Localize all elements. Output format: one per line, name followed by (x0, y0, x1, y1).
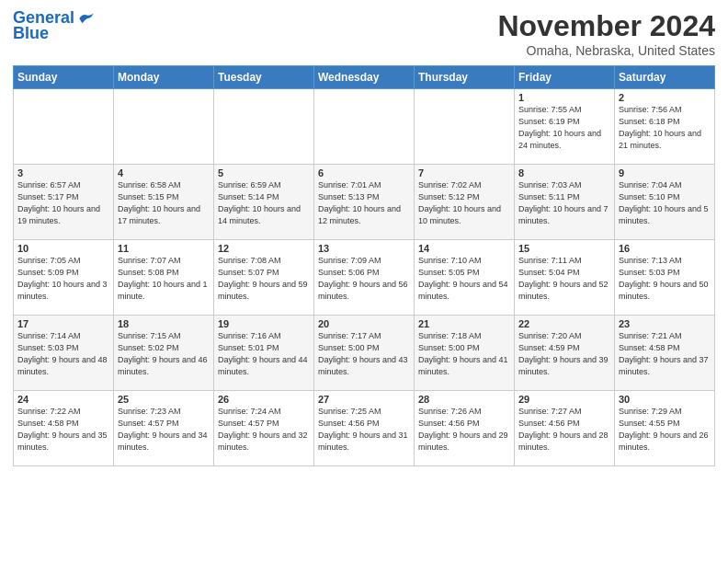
day-number: 5 (218, 167, 310, 178)
calendar-cell: 5Sunrise: 6:59 AM Sunset: 5:14 PM Daylig… (214, 165, 314, 240)
day-number: 1 (518, 92, 610, 103)
day-info: Sunrise: 7:02 AM Sunset: 5:12 PM Dayligh… (418, 179, 510, 227)
day-info: Sunrise: 7:55 AM Sunset: 6:19 PM Dayligh… (518, 104, 610, 152)
location: Omaha, Nebraska, United States (497, 43, 715, 58)
day-info: Sunrise: 6:58 AM Sunset: 5:15 PM Dayligh… (118, 179, 210, 227)
day-info: Sunrise: 7:18 AM Sunset: 5:00 PM Dayligh… (418, 330, 510, 378)
day-number: 11 (118, 243, 210, 254)
day-info: Sunrise: 7:11 AM Sunset: 5:04 PM Dayligh… (518, 255, 610, 303)
calendar-cell: 29Sunrise: 7:27 AM Sunset: 4:56 PM Dayli… (515, 391, 615, 466)
day-number: 10 (17, 243, 109, 254)
day-number: 24 (17, 394, 109, 405)
col-header-sunday: Sunday (14, 66, 114, 89)
calendar-cell: 27Sunrise: 7:25 AM Sunset: 4:56 PM Dayli… (314, 391, 415, 466)
day-info: Sunrise: 7:21 AM Sunset: 4:58 PM Dayligh… (619, 330, 711, 378)
calendar-cell (14, 89, 114, 165)
day-number: 12 (218, 243, 310, 254)
week-row-3: 17Sunrise: 7:14 AM Sunset: 5:03 PM Dayli… (14, 316, 715, 391)
day-number: 2 (619, 92, 711, 103)
calendar-cell: 4Sunrise: 6:58 AM Sunset: 5:15 PM Daylig… (114, 165, 214, 240)
day-number: 3 (17, 167, 109, 178)
day-info: Sunrise: 7:14 AM Sunset: 5:03 PM Dayligh… (17, 330, 109, 378)
calendar-header-row: SundayMondayTuesdayWednesdayThursdayFrid… (14, 66, 715, 89)
day-info: Sunrise: 7:10 AM Sunset: 5:05 PM Dayligh… (418, 255, 510, 303)
col-header-saturday: Saturday (615, 66, 715, 89)
day-number: 13 (318, 243, 410, 254)
calendar-cell: 23Sunrise: 7:21 AM Sunset: 4:58 PM Dayli… (615, 316, 715, 391)
day-number: 26 (218, 394, 310, 405)
col-header-monday: Monday (114, 66, 214, 89)
col-header-tuesday: Tuesday (214, 66, 314, 89)
calendar-cell: 9Sunrise: 7:04 AM Sunset: 5:10 PM Daylig… (615, 165, 715, 240)
day-info: Sunrise: 6:59 AM Sunset: 5:14 PM Dayligh… (218, 179, 310, 227)
calendar-cell: 7Sunrise: 7:02 AM Sunset: 5:12 PM Daylig… (415, 165, 515, 240)
calendar-cell: 19Sunrise: 7:16 AM Sunset: 5:01 PM Dayli… (214, 316, 314, 391)
title-area: November 2024 Omaha, Nebraska, United St… (497, 9, 715, 58)
day-number: 30 (619, 394, 711, 405)
calendar-cell: 14Sunrise: 7:10 AM Sunset: 5:05 PM Dayli… (415, 240, 515, 316)
week-row-0: 1Sunrise: 7:55 AM Sunset: 6:19 PM Daylig… (14, 89, 715, 165)
day-number: 8 (518, 167, 610, 178)
day-info: Sunrise: 7:20 AM Sunset: 4:59 PM Dayligh… (518, 330, 610, 378)
day-info: Sunrise: 7:56 AM Sunset: 6:18 PM Dayligh… (619, 104, 711, 152)
week-row-1: 3Sunrise: 6:57 AM Sunset: 5:17 PM Daylig… (14, 165, 715, 240)
day-info: Sunrise: 7:05 AM Sunset: 5:09 PM Dayligh… (17, 255, 109, 303)
calendar-cell (314, 89, 415, 165)
day-info: Sunrise: 7:03 AM Sunset: 5:11 PM Dayligh… (518, 179, 610, 227)
week-row-4: 24Sunrise: 7:22 AM Sunset: 4:58 PM Dayli… (14, 391, 715, 466)
day-number: 9 (619, 167, 711, 178)
day-info: Sunrise: 7:24 AM Sunset: 4:57 PM Dayligh… (218, 406, 310, 454)
calendar-cell: 18Sunrise: 7:15 AM Sunset: 5:02 PM Dayli… (114, 316, 214, 391)
calendar-cell: 13Sunrise: 7:09 AM Sunset: 5:06 PM Dayli… (314, 240, 415, 316)
col-header-thursday: Thursday (415, 66, 515, 89)
day-number: 19 (218, 318, 310, 329)
day-number: 28 (418, 394, 510, 405)
day-number: 21 (418, 318, 510, 329)
day-info: Sunrise: 7:15 AM Sunset: 5:02 PM Dayligh… (118, 330, 210, 378)
col-header-wednesday: Wednesday (314, 66, 415, 89)
day-info: Sunrise: 7:25 AM Sunset: 4:56 PM Dayligh… (318, 406, 410, 454)
day-number: 6 (318, 167, 410, 178)
calendar-cell: 21Sunrise: 7:18 AM Sunset: 5:00 PM Dayli… (415, 316, 515, 391)
day-number: 25 (118, 394, 210, 405)
calendar-table: SundayMondayTuesdayWednesdayThursdayFrid… (13, 65, 715, 466)
calendar-cell: 24Sunrise: 7:22 AM Sunset: 4:58 PM Dayli… (14, 391, 114, 466)
day-info: Sunrise: 7:01 AM Sunset: 5:13 PM Dayligh… (318, 179, 410, 227)
calendar-cell: 17Sunrise: 7:14 AM Sunset: 5:03 PM Dayli… (14, 316, 114, 391)
calendar-cell: 20Sunrise: 7:17 AM Sunset: 5:00 PM Dayli… (314, 316, 415, 391)
day-info: Sunrise: 7:23 AM Sunset: 4:57 PM Dayligh… (118, 406, 210, 454)
day-number: 14 (418, 243, 510, 254)
calendar-cell (214, 89, 314, 165)
calendar-cell: 11Sunrise: 7:07 AM Sunset: 5:08 PM Dayli… (114, 240, 214, 316)
calendar-cell: 25Sunrise: 7:23 AM Sunset: 4:57 PM Dayli… (114, 391, 214, 466)
day-number: 29 (518, 394, 610, 405)
day-number: 7 (418, 167, 510, 178)
calendar-cell: 30Sunrise: 7:29 AM Sunset: 4:55 PM Dayli… (615, 391, 715, 466)
day-info: Sunrise: 7:07 AM Sunset: 5:08 PM Dayligh… (118, 255, 210, 303)
day-number: 4 (118, 167, 210, 178)
day-info: Sunrise: 7:13 AM Sunset: 5:03 PM Dayligh… (619, 255, 711, 303)
day-info: Sunrise: 7:26 AM Sunset: 4:56 PM Dayligh… (418, 406, 510, 454)
day-number: 17 (17, 318, 109, 329)
logo: General Blue (13, 9, 95, 43)
calendar-cell: 2Sunrise: 7:56 AM Sunset: 6:18 PM Daylig… (615, 89, 715, 165)
calendar-cell: 16Sunrise: 7:13 AM Sunset: 5:03 PM Dayli… (615, 240, 715, 316)
calendar-cell (415, 89, 515, 165)
day-info: Sunrise: 7:08 AM Sunset: 5:07 PM Dayligh… (218, 255, 310, 303)
calendar-cell: 12Sunrise: 7:08 AM Sunset: 5:07 PM Dayli… (214, 240, 314, 316)
day-info: Sunrise: 7:04 AM Sunset: 5:10 PM Dayligh… (619, 179, 711, 227)
day-number: 16 (619, 243, 711, 254)
day-number: 27 (318, 394, 410, 405)
day-info: Sunrise: 7:17 AM Sunset: 5:00 PM Dayligh… (318, 330, 410, 378)
calendar-cell: 28Sunrise: 7:26 AM Sunset: 4:56 PM Dayli… (415, 391, 515, 466)
day-number: 22 (518, 318, 610, 329)
day-info: Sunrise: 7:22 AM Sunset: 4:58 PM Dayligh… (17, 406, 109, 454)
col-header-friday: Friday (515, 66, 615, 89)
day-info: Sunrise: 7:27 AM Sunset: 4:56 PM Dayligh… (518, 406, 610, 454)
month-title: November 2024 (497, 9, 715, 43)
calendar-cell: 3Sunrise: 6:57 AM Sunset: 5:17 PM Daylig… (14, 165, 114, 240)
calendar-cell (114, 89, 214, 165)
page-container: General Blue November 2024 Omaha, Nebras… (0, 0, 728, 474)
calendar-cell: 15Sunrise: 7:11 AM Sunset: 5:04 PM Dayli… (515, 240, 615, 316)
calendar-cell: 22Sunrise: 7:20 AM Sunset: 4:59 PM Dayli… (515, 316, 615, 391)
